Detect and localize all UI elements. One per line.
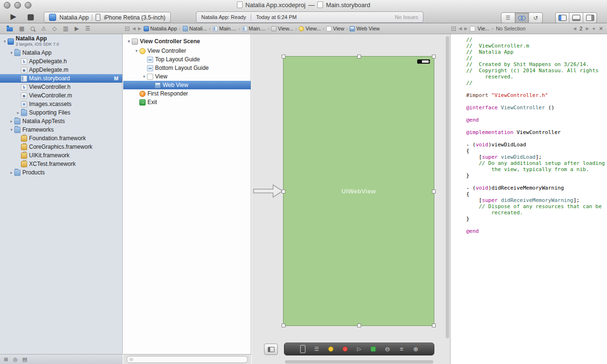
search-navigator-icon[interactable] bbox=[30, 27, 35, 31]
navigator-item[interactable]: ▾Natalia App bbox=[0, 48, 122, 57]
previous-counterpart-button[interactable]: ◀ bbox=[573, 26, 576, 31]
navigator-item[interactable]: Images.xcassets bbox=[0, 100, 122, 108]
add-assistant-editor-button[interactable]: + bbox=[592, 26, 595, 31]
symbol-navigator-icon[interactable]: ▦ bbox=[19, 26, 24, 31]
navigator-item[interactable]: XCTest.framework bbox=[0, 160, 122, 168]
navigator-item[interactable]: AppDelegate.m bbox=[0, 66, 122, 74]
source-code[interactable]: //// ViewController.m// Natalia App//// … bbox=[450, 37, 607, 234]
assistant-file-label[interactable]: Vie... bbox=[478, 26, 490, 31]
disclosure-triangle[interactable]: ▾ bbox=[134, 48, 139, 53]
navigator-item[interactable]: ViewController.h bbox=[0, 83, 122, 91]
navigator-item[interactable]: ▸Supporting Files bbox=[0, 108, 122, 117]
toggle-navigator-button[interactable] bbox=[556, 13, 569, 23]
disclosure-triangle[interactable]: ▾ bbox=[2, 39, 8, 44]
toggle-utilities-button[interactable] bbox=[583, 13, 597, 23]
resize-handle[interactable] bbox=[432, 190, 436, 193]
assistant-related-items-icon[interactable] bbox=[451, 26, 456, 31]
canvas-vertical-scrollbar[interactable] bbox=[446, 36, 449, 338]
align-constraints-button[interactable] bbox=[325, 344, 337, 354]
assistant-back-button[interactable]: ◀ bbox=[459, 26, 462, 31]
resolve-auto-layout-button[interactable]: ▷ bbox=[353, 344, 365, 354]
test-navigator-icon[interactable]: ◇ bbox=[52, 26, 57, 31]
resize-handle[interactable] bbox=[432, 55, 436, 58]
assistant-editor-button[interactable] bbox=[515, 13, 529, 23]
disclosure-triangle[interactable]: ▾ bbox=[141, 74, 147, 79]
navigator-item[interactable]: ▸Natalia AppTests bbox=[0, 117, 122, 125]
navigator-item[interactable]: Foundation.framework bbox=[0, 134, 122, 143]
disclosure-triangle[interactable]: ▸ bbox=[9, 119, 14, 124]
navigator-item[interactable]: CoreGraphics.framework bbox=[0, 143, 122, 151]
toggle-debug-area-button[interactable] bbox=[569, 13, 583, 23]
assistant-editor[interactable]: //// ViewController.m// Natalia App//// … bbox=[450, 34, 607, 364]
next-counterpart-button[interactable]: ▶ bbox=[586, 26, 589, 31]
navigator-item[interactable]: ▸Products bbox=[0, 168, 122, 177]
standard-editor-button[interactable]: ☰ bbox=[501, 13, 515, 23]
resize-handle[interactable] bbox=[282, 190, 285, 193]
outline-filter-field[interactable]: ◎ bbox=[127, 356, 248, 363]
zoom-reset-button[interactable]: = bbox=[396, 344, 407, 354]
navigator-item[interactable]: ▾Frameworks bbox=[0, 125, 122, 134]
assistant-selection-label[interactable]: No Selection bbox=[496, 26, 525, 31]
toggle-document-outline-button[interactable] bbox=[264, 344, 278, 355]
initial-view-controller-arrow[interactable] bbox=[253, 184, 284, 198]
disclosure-triangle[interactable]: ▾ bbox=[126, 39, 132, 44]
outline-item[interactable]: Bottom Layout Guide bbox=[123, 64, 251, 72]
outline-item[interactable]: First Responder bbox=[123, 89, 251, 98]
resize-handle[interactable] bbox=[282, 324, 285, 327]
outline-item[interactable]: ▾View Controller bbox=[123, 47, 251, 55]
jumpbar-item[interactable]: Main.... bbox=[213, 26, 236, 31]
storyboard-canvas[interactable]: UIWebView ☰ ▷ ⊖ = ⊕ bbox=[252, 34, 450, 364]
related-items-icon[interactable] bbox=[125, 26, 130, 31]
jumpbar-item[interactable]: Main.... bbox=[242, 26, 266, 31]
scheme-selector[interactable]: Natalia App iPhone Retina (3.5-inch) bbox=[44, 12, 171, 23]
resize-handle[interactable] bbox=[357, 55, 361, 58]
disclosure-triangle[interactable]: ▸ bbox=[15, 110, 21, 115]
breakpoint-navigator-icon[interactable]: ▶ bbox=[75, 26, 79, 31]
issue-navigator-icon[interactable]: ⚠ bbox=[41, 26, 46, 31]
stop-button[interactable] bbox=[28, 14, 34, 20]
document-outline-button[interactable]: ☰ bbox=[311, 344, 323, 354]
disclosure-triangle[interactable]: ▸ bbox=[9, 170, 14, 175]
navigator-item[interactable]: AppDelegate.h bbox=[0, 57, 122, 66]
outline-item[interactable]: Exit bbox=[123, 98, 251, 106]
outline-item[interactable]: ▾View Controller Scene bbox=[123, 36, 251, 47]
forward-button[interactable]: ▶ bbox=[138, 26, 141, 31]
jumpbar-item[interactable]: Web View bbox=[350, 26, 380, 31]
navigator-item[interactable]: ViewController.m bbox=[0, 91, 122, 100]
web-view-canvas[interactable]: UIWebView bbox=[283, 56, 434, 326]
add-button[interactable]: ⊞ bbox=[4, 356, 8, 363]
navigator-item[interactable]: Main.storyboardM bbox=[0, 74, 122, 83]
disclosure-triangle[interactable]: ▾ bbox=[9, 50, 14, 55]
log-navigator-icon[interactable]: ☰ bbox=[85, 26, 90, 31]
navigator-item[interactable]: UIKit.framework bbox=[0, 151, 122, 160]
zoom-in-button[interactable]: ⊕ bbox=[410, 344, 421, 354]
update-frames-button[interactable] bbox=[368, 344, 379, 354]
device-size-toggle-button[interactable] bbox=[297, 344, 308, 354]
zoom-out-button[interactable]: ⊖ bbox=[382, 344, 393, 354]
disclosure-triangle[interactable]: ▾ bbox=[9, 127, 14, 132]
version-editor-button[interactable]: ↺ bbox=[529, 13, 542, 23]
pin-constraints-button[interactable] bbox=[339, 344, 351, 354]
outline-item[interactable]: Top Layout Guide bbox=[123, 55, 251, 64]
jumpbar-item[interactable]: Natalia App bbox=[144, 26, 177, 31]
jumpbar-item[interactable]: View... bbox=[299, 26, 321, 31]
jumpbar-item[interactable]: Natali... bbox=[183, 26, 207, 31]
project-navigator-icon[interactable] bbox=[7, 27, 13, 31]
run-button[interactable]: ▶ bbox=[10, 12, 16, 21]
debug-navigator-icon[interactable]: ▥ bbox=[63, 26, 68, 31]
jumpbar-item[interactable]: View bbox=[326, 26, 344, 31]
close-assistant-editor-button[interactable]: ✕ bbox=[599, 26, 603, 32]
resize-handle[interactable] bbox=[432, 324, 436, 327]
resize-handle[interactable] bbox=[282, 55, 285, 58]
navigator-item[interactable]: ▾Natalia App2 targets, iOS SDK 7.0 bbox=[0, 34, 122, 48]
canvas-horizontal-scrollbar[interactable] bbox=[285, 360, 433, 364]
resize-handle[interactable] bbox=[357, 324, 361, 327]
editor-mode-control: ☰ ↺ bbox=[501, 12, 543, 23]
outline-item[interactable]: ▾View bbox=[123, 72, 251, 81]
jumpbar-item[interactable]: View... bbox=[271, 26, 293, 31]
back-button[interactable]: ◀ bbox=[132, 26, 136, 31]
assistant-forward-button[interactable]: ▶ bbox=[464, 26, 468, 31]
outline-item[interactable]: Web View bbox=[123, 81, 251, 89]
filter-by-recent-icon[interactable]: ◎ bbox=[13, 356, 18, 363]
filter-by-source-control-icon[interactable]: ▤ bbox=[22, 356, 27, 363]
